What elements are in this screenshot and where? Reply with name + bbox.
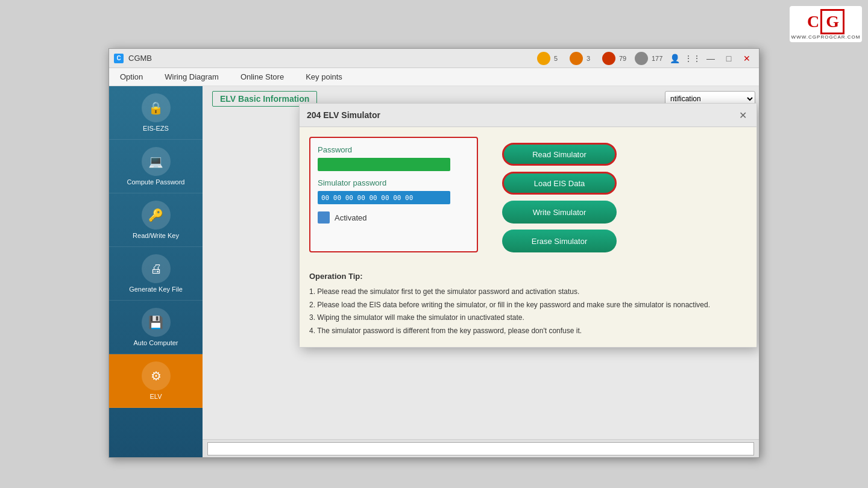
close-button[interactable]: ✕ <box>740 51 754 66</box>
dialog-title: 204 ELV Simulator <box>307 110 380 120</box>
status-dot-gray <box>635 52 648 65</box>
simulator-password-label: Simulator password <box>318 178 470 187</box>
auto-computer-icon: 💾 <box>142 308 171 337</box>
user-icon[interactable]: 👤 <box>667 51 682 66</box>
dialog-close-button[interactable]: ✕ <box>736 108 749 122</box>
activated-label: Activated <box>335 213 366 222</box>
elv-icon: ⚙ <box>142 361 171 390</box>
menu-key-points[interactable]: Key points <box>301 70 347 84</box>
app-window: C CGMB 5 3 79 177 👤 ⋮⋮ — □ ✕ Option Wiri… <box>108 48 760 458</box>
password-bar <box>318 158 450 171</box>
status-dot-orange <box>570 52 583 65</box>
sidebar: 🔒 EIS-EZS 💻 Compute Password 🔑 Read/Writ… <box>109 86 203 457</box>
status-dot-red <box>602 52 615 65</box>
operation-tips: Operation Tip: 1. Please read the simula… <box>309 262 747 337</box>
dialog-right-buttons: Read Simulator Load EIS Data Write Simul… <box>502 137 623 252</box>
sidebar-item-generate-key-file[interactable]: 🖨 Generate Key File <box>109 247 203 301</box>
menu-icon[interactable]: ⋮⋮ <box>685 51 700 66</box>
password-section: Password Simulator password 00 00 00 00 … <box>309 137 478 252</box>
title-bar-controls: 5 3 79 177 👤 ⋮⋮ — □ ✕ <box>537 51 754 66</box>
tip-3: 3. Wiping the simulator will make the si… <box>309 311 747 325</box>
app-title: CGMB <box>128 54 532 63</box>
sidebar-item-auto-computer[interactable]: 💾 Auto Computer <box>109 301 203 354</box>
sidebar-item-read-write-key[interactable]: 🔑 Read/Write Key <box>109 193 203 247</box>
activated-row: Activated <box>318 211 470 224</box>
sidebar-label-elv: ELV <box>150 393 162 400</box>
generate-key-file-icon: 🖨 <box>142 254 171 283</box>
status-num-1: 5 <box>554 55 566 62</box>
status-num-4: 177 <box>652 55 664 62</box>
password-label: Password <box>318 145 470 154</box>
erase-simulator-button[interactable]: Erase Simulator <box>502 230 617 252</box>
menu-bar: Option Wiring Diagram Online Store Key p… <box>109 68 759 86</box>
sidebar-label-eis-ezs: EIS-EZS <box>143 125 169 132</box>
tips-title: Operation Tip: <box>309 272 747 281</box>
menu-online-store[interactable]: Online Store <box>236 70 289 84</box>
title-bar: C CGMB 5 3 79 177 👤 ⋮⋮ — □ ✕ <box>109 49 759 68</box>
status-input[interactable] <box>207 442 754 455</box>
compute-password-icon: 💻 <box>142 147 171 176</box>
cg-g-letter: G <box>820 9 844 34</box>
read-write-key-icon: 🔑 <box>142 201 171 230</box>
elv-simulator-dialog: 204 ELV Simulator ✕ Password Simulator p… <box>299 103 757 348</box>
menu-wiring-diagram[interactable]: Wiring Diagram <box>160 70 224 84</box>
sidebar-item-eis-ezs[interactable]: 🔒 EIS-EZS <box>109 86 203 140</box>
app-icon: C <box>114 54 124 63</box>
eis-ezs-icon: 🔒 <box>142 93 171 122</box>
sidebar-label-auto-computer: Auto Computer <box>134 339 178 346</box>
status-bar <box>203 439 759 457</box>
sidebar-label-compute-password: Compute Password <box>127 178 185 186</box>
read-simulator-button[interactable]: Read Simulator <box>502 143 617 166</box>
maximize-button[interactable]: □ <box>722 51 736 66</box>
status-dot-yellow <box>537 52 550 65</box>
sidebar-label-generate-key-file: Generate Key File <box>129 286 183 293</box>
dialog-title-bar: 204 ELV Simulator ✕ <box>300 104 756 127</box>
simulator-password-field: 00 00 00 00 00 00 00 00 <box>318 191 450 204</box>
cg-c-letter: C <box>807 12 819 31</box>
tip-1: 1. Please read the simulator first to ge… <box>309 286 747 299</box>
sidebar-item-elv[interactable]: ⚙ ELV <box>109 354 203 408</box>
sidebar-label-read-write-key: Read/Write Key <box>133 232 179 239</box>
tip-2: 2. Please load the EIS data before writi… <box>309 299 747 312</box>
write-simulator-button[interactable]: Write Simulator <box>502 201 617 224</box>
cg-url: WWW.CGPROGCAR.COM <box>791 34 861 40</box>
activated-checkbox[interactable] <box>318 211 330 224</box>
status-num-2: 3 <box>587 55 599 62</box>
tips-list: 1. Please read the simulator first to ge… <box>309 286 747 337</box>
minimize-button[interactable]: — <box>703 51 718 66</box>
main-content: 🔒 EIS-EZS 💻 Compute Password 🔑 Read/Writ… <box>109 86 759 457</box>
dialog-body: Password Simulator password 00 00 00 00 … <box>300 127 756 347</box>
load-eis-data-button[interactable]: Load EIS Data <box>502 172 617 195</box>
menu-option[interactable]: Option <box>115 70 148 84</box>
sidebar-item-compute-password[interactable]: 💻 Compute Password <box>109 140 203 193</box>
right-panel: ELV Basic Information ELV Type ntificati… <box>203 86 759 457</box>
status-num-3: 79 <box>619 55 631 62</box>
cg-logo: C G WWW.CGPROGCAR.COM <box>790 6 862 42</box>
tip-4: 4. The simulator password is different f… <box>309 325 747 338</box>
